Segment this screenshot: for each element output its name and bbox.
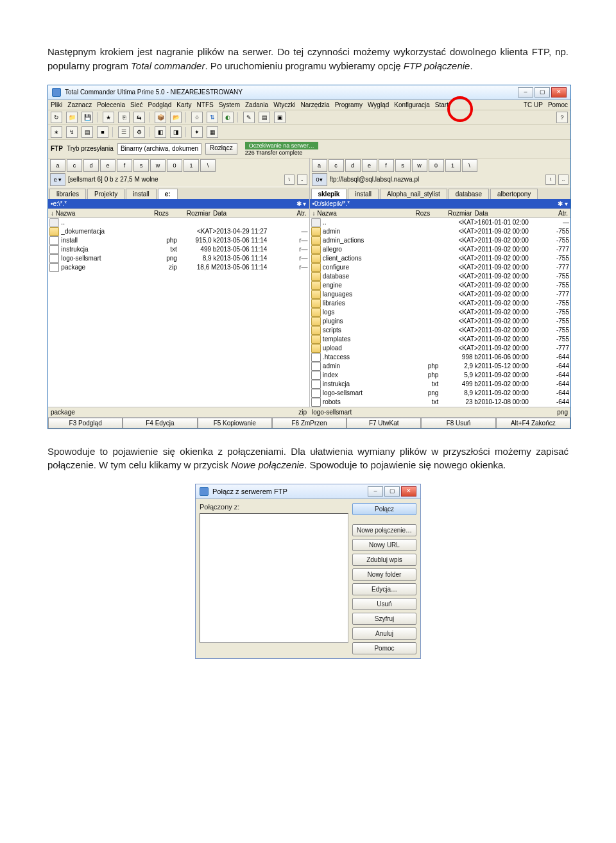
duplicate-button[interactable]: Zdubluj wpis xyxy=(352,554,416,566)
drive-button[interactable]: \ xyxy=(200,159,216,172)
file-row[interactable]: installphp915,0 k2013-05-06 11:14r— xyxy=(48,236,309,245)
tool-icon[interactable]: ▤ xyxy=(81,126,93,138)
encrypt-button[interactable]: Szyfruj xyxy=(352,613,416,625)
file-row[interactable]: instrukcjatxt499 b2011-09-02 00:00-644 xyxy=(310,380,571,389)
menu-item[interactable]: Polecenia xyxy=(97,101,125,108)
menu-item[interactable]: Wtyczki xyxy=(273,101,295,108)
drive-button[interactable]: a xyxy=(50,159,65,172)
drive-button[interactable]: f xyxy=(379,159,394,172)
tool-icon[interactable]: ✦ xyxy=(191,126,203,138)
file-row[interactable]: templates<KAT>2011-09-02 00:00-755 xyxy=(310,335,571,344)
file-row[interactable]: scripts<KAT>2011-09-02 00:00-755 xyxy=(310,326,571,335)
menu-item[interactable]: Programy xyxy=(335,101,363,108)
up-button[interactable]: .. xyxy=(558,175,569,185)
file-row[interactable]: indexphp5,9 k2011-09-02 00:00-644 xyxy=(310,371,571,380)
file-row[interactable]: upload<KAT>2011-09-02 00:00-777 xyxy=(310,344,571,353)
drive-button[interactable]: s xyxy=(133,159,149,172)
new-url-button[interactable]: Nowy URL xyxy=(352,539,416,551)
edit-button[interactable]: Edycja… xyxy=(352,583,416,595)
star-icon[interactable]: ☆ xyxy=(191,112,203,123)
drive-button[interactable]: c xyxy=(67,159,82,172)
folder-icon[interactable]: 📁 xyxy=(66,112,78,123)
minimize-button[interactable]: – xyxy=(368,486,383,497)
book-icon[interactable]: ★ xyxy=(103,112,114,123)
menu-item[interactable]: Sieć xyxy=(130,101,142,108)
calc-icon[interactable]: ▤ xyxy=(259,112,270,123)
file-row[interactable]: _dokumentacja<KAT>2013-04-29 11:27— xyxy=(48,227,309,236)
maximize-button[interactable]: ▢ xyxy=(535,87,550,98)
disk-icon[interactable]: 💾 xyxy=(81,112,93,123)
tab[interactable]: Projekty xyxy=(87,189,124,199)
new-folder-button[interactable]: Nowy folder xyxy=(352,568,416,581)
drive-button[interactable]: d xyxy=(83,159,99,172)
drive-button[interactable]: w xyxy=(412,159,427,172)
drive-selector[interactable]: 0 ▾ xyxy=(312,173,327,186)
help-icon[interactable]: ? xyxy=(556,112,568,123)
drive-button[interactable]: 1 xyxy=(445,159,461,172)
file-row[interactable]: instrukcjatxt499 b2013-05-06 11:14r— xyxy=(48,245,309,254)
fkey[interactable]: F6 ZmPrzen xyxy=(272,418,346,429)
drive-button[interactable]: s xyxy=(395,159,411,172)
drive-button[interactable]: c xyxy=(329,159,344,172)
close-button[interactable]: ✕ xyxy=(401,486,416,497)
drive-button[interactable]: 0 xyxy=(167,159,182,172)
tab[interactable]: database xyxy=(449,189,489,199)
tab[interactable]: Alopha_nail_stylist xyxy=(380,189,447,199)
tool-icon[interactable]: ◨ xyxy=(170,126,182,138)
menu-item[interactable]: Wygląd xyxy=(368,101,389,108)
file-row[interactable]: packagezip18,6 M2013-05-06 11:14r— xyxy=(48,263,309,272)
menu-item[interactable]: System xyxy=(219,101,240,108)
file-row[interactable]: .htaccess998 b2011-06-06 00:00-644 xyxy=(310,353,571,362)
root-button[interactable]: \ xyxy=(284,175,295,185)
drive-button[interactable]: 0 xyxy=(429,159,444,172)
fkey[interactable]: F7 UtwKat xyxy=(346,418,421,429)
menu-item[interactable]: Karty xyxy=(176,101,191,108)
globe-icon[interactable]: ◐ xyxy=(222,112,234,123)
tool-icon[interactable]: ▦ xyxy=(207,126,218,138)
pack-icon[interactable]: 📦 xyxy=(155,112,166,123)
file-row[interactable]: adminphp2,9 k2011-05-12 00:00-644 xyxy=(310,362,571,371)
copy-icon[interactable]: ⎘ xyxy=(118,112,130,123)
file-row[interactable]: logo-sellsmartpng8,9 k2013-05-06 11:14r— xyxy=(48,254,309,263)
tab[interactable]: e: xyxy=(158,189,178,199)
menu-item[interactable]: Podgląd xyxy=(148,101,172,108)
drive-button[interactable]: a xyxy=(312,159,327,172)
notepad-icon[interactable]: ✎ xyxy=(243,112,255,123)
fkey[interactable]: F4 Edycja xyxy=(123,418,197,429)
maximize-button[interactable]: ▢ xyxy=(384,486,400,497)
file-row[interactable]: libraries<KAT>2011-09-02 00:00-755 xyxy=(310,299,571,308)
menu-item[interactable]: Pomoc xyxy=(548,101,568,108)
tool-icon[interactable]: ⚙ xyxy=(133,126,145,138)
connection-list[interactable] xyxy=(200,513,348,643)
drive-button[interactable]: e xyxy=(100,159,116,172)
tab[interactable]: install xyxy=(348,189,379,199)
sync-icon[interactable]: ⇆ xyxy=(133,112,145,123)
drive-button[interactable]: f xyxy=(117,159,132,172)
tool-icon[interactable]: ☰ xyxy=(118,126,130,138)
tab[interactable]: albertopony xyxy=(490,189,538,199)
root-button[interactable]: \ xyxy=(545,175,556,185)
menu-item[interactable]: Pliki xyxy=(51,101,62,108)
file-row[interactable]: languages<KAT>2011-09-02 00:00-777 xyxy=(310,290,571,299)
tab[interactable]: sklepik xyxy=(311,189,347,199)
close-button[interactable]: ✕ xyxy=(551,87,567,98)
cancel-button[interactable]: Anuluj xyxy=(352,627,416,640)
tool-icon[interactable]: ◧ xyxy=(155,126,166,138)
ftp-icon[interactable]: ⇅ xyxy=(207,112,218,123)
minimize-button[interactable]: – xyxy=(518,87,533,98)
tool-icon[interactable]: ■ xyxy=(97,126,108,138)
file-row[interactable]: admin<KAT>2011-09-02 00:00-755 xyxy=(310,227,571,236)
tool-icon[interactable]: ∗ xyxy=(51,126,62,138)
menu-item[interactable]: Start xyxy=(435,101,449,108)
file-row[interactable]: logo-sellsmartpng8,9 k2011-09-02 00:00-6… xyxy=(310,389,571,398)
term-icon[interactable]: ▣ xyxy=(274,112,286,123)
file-row[interactable]: plugins<KAT>2011-09-02 00:00-755 xyxy=(310,317,571,326)
menu-item[interactable]: Zaznacz xyxy=(67,101,92,108)
up-button[interactable]: .. xyxy=(297,175,307,185)
file-row[interactable]: robotstxt23 b2010-12-08 00:00-644 xyxy=(310,398,571,407)
drive-button[interactable]: \ xyxy=(462,159,477,172)
menu-item[interactable]: TC UP xyxy=(524,101,543,108)
refresh-icon[interactable]: ↻ xyxy=(51,112,62,123)
connect-button[interactable]: Połącz xyxy=(352,503,416,515)
tab[interactable]: libraries xyxy=(49,189,86,199)
